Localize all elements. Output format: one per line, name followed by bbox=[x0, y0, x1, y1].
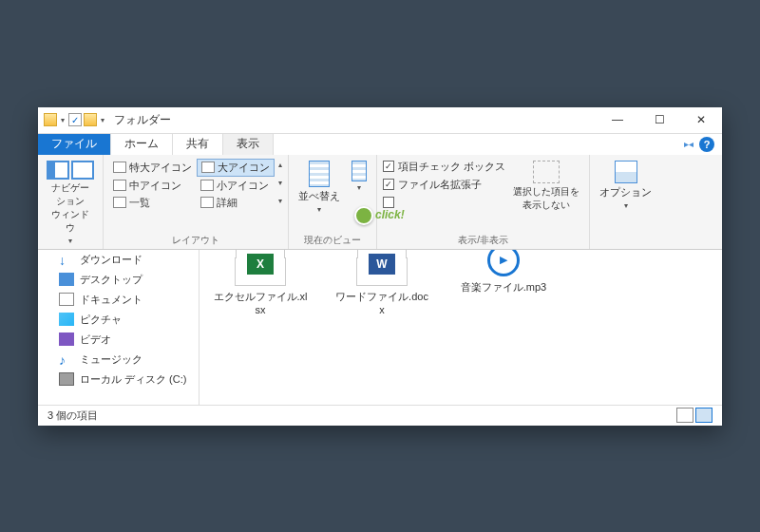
group-label-options bbox=[596, 245, 656, 247]
sb-label: ダウンロード bbox=[80, 253, 142, 267]
file-item-word[interactable]: W ワードファイル.docx bbox=[334, 257, 429, 317]
layout-large-icons[interactable]: 大アイコン bbox=[197, 159, 275, 177]
hide-icon bbox=[533, 161, 560, 183]
nav-pane-label: ナビゲーション ウィンドウ bbox=[48, 181, 93, 235]
music-icon: ♪ bbox=[59, 352, 74, 366]
hide-label: 選択した項目を 表示しない bbox=[513, 185, 580, 212]
ribbon-group-showhide: ✓項目チェック ボックス ✓ファイル名拡張子 隠しファイル 選択した項目を 表示… bbox=[377, 155, 590, 249]
sb-label: ビデオ bbox=[80, 332, 111, 347]
ribbon-tabs: ファイル ホーム 共有 表示 ▸◂ ? bbox=[38, 134, 722, 155]
word-icon: W bbox=[369, 254, 395, 275]
file-name: 音楽ファイル.mp3 bbox=[461, 280, 546, 294]
maximize-button[interactable]: ☐ bbox=[638, 106, 680, 133]
body-area: ↓ダウンロード デスクトップ ドキュメント ピクチャ ビデオ ♪ミュージック ロ… bbox=[38, 250, 722, 405]
xl-icon bbox=[113, 162, 126, 173]
view-details-icon[interactable] bbox=[676, 408, 694, 423]
tab-home[interactable]: ホーム bbox=[111, 134, 173, 155]
group-label-layout: レイアウト bbox=[109, 232, 282, 247]
tab-view[interactable]: 表示 bbox=[223, 134, 274, 155]
sort-label: 並べ替え bbox=[298, 189, 340, 203]
layout-xl-label: 特大アイコン bbox=[129, 161, 192, 175]
nav-pane-icon bbox=[47, 161, 69, 180]
options-button[interactable]: オプション ▾ bbox=[596, 159, 656, 212]
qat-more-icon[interactable]: ▾ bbox=[99, 116, 106, 124]
disk-icon bbox=[59, 372, 74, 386]
desktop-icon bbox=[59, 273, 74, 286]
list-icon bbox=[113, 197, 126, 208]
sort-icon bbox=[309, 161, 330, 187]
layout-details[interactable]: 詳細 bbox=[197, 195, 275, 211]
sb-label: ミュージック bbox=[80, 352, 142, 367]
file-item-music[interactable]: ▶ 音楽ファイル.mp3 bbox=[456, 257, 551, 294]
layout-list-label: 一覧 bbox=[129, 196, 150, 210]
sb-label: ローカル ディスク (C:) bbox=[80, 372, 186, 387]
qat-dropdown-icon[interactable]: ▾ bbox=[59, 116, 66, 124]
checkbox-hidden-files[interactable]: 隠しファイル bbox=[383, 195, 505, 211]
md-icon bbox=[113, 180, 126, 191]
sb-label: デスクトップ bbox=[80, 273, 142, 287]
tab-share[interactable]: 共有 bbox=[173, 134, 223, 155]
qat-newfolder-icon[interactable] bbox=[84, 113, 97, 126]
chevron-down-icon: ▾ bbox=[624, 201, 628, 210]
sidebar-item-pictures[interactable]: ピクチャ bbox=[38, 310, 199, 330]
qat-properties-icon[interactable]: ✓ bbox=[68, 113, 82, 126]
layout-list[interactable]: 一覧 bbox=[109, 195, 196, 211]
view-large-icon[interactable] bbox=[695, 408, 712, 423]
group-label-showhide: 表示/非表示 bbox=[383, 232, 583, 247]
layout-scroll-down-icon[interactable]: ▾ bbox=[278, 179, 282, 187]
audio-icon: ▶ bbox=[487, 250, 520, 276]
chk1-label: 項目チェック ボックス bbox=[398, 160, 505, 174]
tab-file[interactable]: ファイル bbox=[38, 134, 111, 155]
sb-label: ドキュメント bbox=[80, 293, 142, 307]
file-item-excel[interactable]: X エクセルファイル.xlsx bbox=[213, 257, 308, 317]
minimize-button[interactable]: — bbox=[597, 106, 638, 133]
checkbox-file-extensions[interactable]: ✓ファイル名拡張子 bbox=[383, 177, 505, 193]
ribbon-group-options: オプション ▾ bbox=[590, 155, 661, 249]
sb-label: ピクチャ bbox=[80, 313, 122, 327]
file-name: ワードファイル.docx bbox=[334, 290, 429, 317]
options-label: オプション bbox=[599, 185, 652, 200]
file-content-area[interactable]: X エクセルファイル.xlsx W ワードファイル.docx ▶ 音楽ファイル.… bbox=[200, 250, 722, 405]
layout-medium-icons[interactable]: 中アイコン bbox=[109, 178, 196, 194]
folder-icon bbox=[44, 113, 57, 126]
lg-icon bbox=[201, 162, 215, 173]
layout-expand-icon[interactable]: ▾ bbox=[278, 197, 282, 205]
chevron-down-icon: ▾ bbox=[68, 237, 72, 245]
checkbox-item-checkboxes[interactable]: ✓項目チェック ボックス bbox=[383, 159, 505, 175]
groupby-button[interactable]: ▾ bbox=[348, 159, 370, 194]
nav-pane-button[interactable]: ナビゲーション ウィンドウ ▾ bbox=[44, 159, 97, 247]
sidebar-item-downloads[interactable]: ↓ダウンロード bbox=[38, 250, 199, 270]
chevron-down-icon: ▾ bbox=[317, 205, 321, 214]
ribbon-group-layout: 特大アイコン 大アイコン 中アイコン 小アイコン 一覧 詳細 ▴ ▾ ▾ レイア… bbox=[104, 155, 289, 249]
explorer-window: ▾ ✓ ▾ フォルダー — ☐ ✕ ファイル ホーム 共有 表示 ▸◂ ? ナビ… bbox=[38, 107, 722, 426]
group-icon bbox=[352, 161, 367, 181]
download-icon: ↓ bbox=[59, 253, 74, 266]
file-name: エクセルファイル.xlsx bbox=[213, 290, 308, 317]
help-icon[interactable]: ? bbox=[699, 137, 714, 152]
picture-icon bbox=[59, 313, 74, 326]
video-icon bbox=[59, 332, 74, 346]
excel-icon: X bbox=[247, 254, 274, 275]
close-button[interactable]: ✕ bbox=[680, 106, 722, 133]
layout-lg-label: 大アイコン bbox=[218, 161, 270, 175]
layout-scroll-up-icon[interactable]: ▴ bbox=[278, 161, 282, 169]
sidebar-item-documents[interactable]: ドキュメント bbox=[38, 290, 199, 310]
group-label-currentview: 現在のビュー bbox=[294, 232, 370, 247]
layout-md-label: 中アイコン bbox=[129, 179, 181, 193]
window-title: フォルダー bbox=[114, 112, 171, 128]
hide-selected-button[interactable]: 選択した項目を 表示しない bbox=[509, 159, 583, 214]
minimize-ribbon-icon[interactable]: ▸◂ bbox=[684, 139, 694, 149]
layout-xl-icons[interactable]: 特大アイコン bbox=[109, 159, 196, 177]
sidebar-item-desktop[interactable]: デスクトップ bbox=[38, 270, 199, 290]
document-icon bbox=[59, 293, 74, 306]
status-bar: 3 個の項目 bbox=[38, 405, 722, 426]
layout-detail-label: 詳細 bbox=[217, 196, 238, 210]
ribbon-group-pane: ナビゲーション ウィンドウ ▾ ペイン bbox=[38, 155, 104, 249]
sidebar-item-music[interactable]: ♪ミュージック bbox=[38, 350, 199, 370]
sidebar-item-localdisk[interactable]: ローカル ディスク (C:) bbox=[38, 370, 199, 390]
sort-button[interactable]: 並べ替え ▾ bbox=[294, 159, 344, 216]
nav-sidebar[interactable]: ↓ダウンロード デスクトップ ドキュメント ピクチャ ビデオ ♪ミュージック ロ… bbox=[38, 250, 200, 405]
sm-icon bbox=[200, 180, 214, 191]
layout-small-icons[interactable]: 小アイコン bbox=[197, 178, 275, 194]
sidebar-item-videos[interactable]: ビデオ bbox=[38, 330, 199, 350]
